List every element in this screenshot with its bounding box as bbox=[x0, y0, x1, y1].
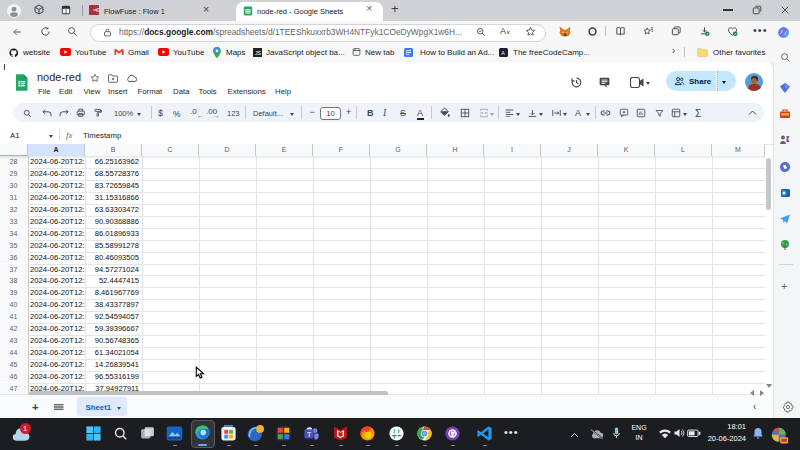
svg-text:JS: JS bbox=[255, 50, 262, 56]
svg-text:A: A bbox=[501, 50, 505, 56]
svg-text:T: T bbox=[307, 431, 312, 439]
